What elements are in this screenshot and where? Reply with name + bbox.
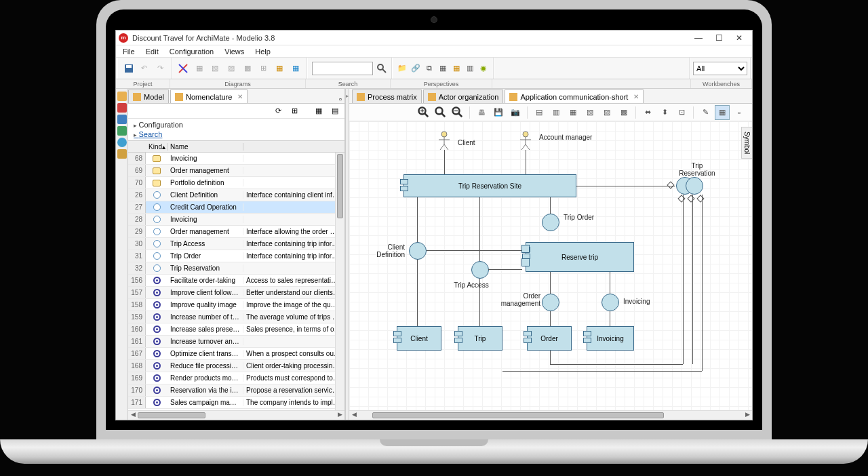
table-row[interactable]: 27Credit Card Operation: [128, 201, 344, 214]
table-row[interactable]: 168Reduce file processing ti...Client or…: [128, 360, 344, 372]
view-list-icon[interactable]: ▤: [328, 105, 342, 117]
gutter-icon-5[interactable]: [117, 138, 127, 147]
table-row[interactable]: 68Invoicing: [128, 153, 344, 165]
panel-menu-icon[interactable]: ▫: [336, 95, 344, 103]
table-row[interactable]: 160Increase sales presenceSales presence…: [128, 323, 344, 336]
save-icon[interactable]: [121, 61, 136, 76]
print-icon[interactable]: 🖶: [474, 105, 489, 120]
col-kind[interactable]: Kind▴: [146, 143, 167, 151]
vertical-scrollbar[interactable]: [335, 153, 344, 410]
gutter-icon-3[interactable]: [117, 115, 127, 124]
menu-edit[interactable]: Edit: [140, 47, 164, 56]
comp-trip[interactable]: Trip: [458, 326, 502, 351]
filter-icon[interactable]: ⊞: [288, 105, 301, 117]
table-row[interactable]: 158Improve quality imageImprove the imag…: [128, 299, 344, 311]
horizontal-scrollbar-right[interactable]: ◀▶: [349, 410, 752, 420]
tool-settings-icon[interactable]: [176, 61, 191, 76]
undo-icon[interactable]: ↶: [137, 61, 151, 76]
palette-tab-symbol[interactable]: Symbol: [741, 127, 752, 159]
table-row[interactable]: 157Improve client follow-upBetter unders…: [128, 287, 344, 299]
snapshot-icon[interactable]: 📷: [508, 105, 523, 120]
table-row[interactable]: 170Reservation via the internetPropose a…: [128, 384, 344, 397]
node-invoicing[interactable]: [601, 294, 619, 311]
gutter-icon-6[interactable]: [117, 149, 127, 159]
tab-process-matrix[interactable]: Process matrix: [352, 90, 422, 103]
gutter-icon-4[interactable]: [117, 126, 127, 136]
grid-icon-3[interactable]: ▥: [464, 61, 476, 76]
menu-file[interactable]: File: [117, 47, 140, 56]
node-trip-order[interactable]: [542, 214, 559, 231]
component-icon[interactable]: ◉: [477, 61, 490, 76]
table-row[interactable]: 28Invoicing: [128, 214, 344, 226]
search-input[interactable]: [312, 62, 373, 75]
table-row[interactable]: 171Sales campaign manage...The company i…: [128, 397, 344, 409]
menu-views[interactable]: Views: [219, 47, 250, 56]
redo-icon[interactable]: ↷: [153, 61, 167, 76]
align-top-icon[interactable]: ▧: [583, 105, 597, 120]
minimize-button[interactable]: —: [688, 31, 709, 45]
table-row[interactable]: 169Render products more att...Products m…: [128, 372, 344, 384]
node-trip-access[interactable]: [471, 261, 489, 279]
tab-model[interactable]: Model: [128, 90, 169, 103]
grid-toggle-icon[interactable]: ✎: [698, 105, 713, 120]
snap-grid-icon[interactable]: ▦: [715, 105, 730, 120]
dist-h-icon[interactable]: ⬌: [640, 105, 655, 120]
link-icon-1[interactable]: 🔗: [410, 61, 422, 76]
save-diagram-icon[interactable]: 💾: [491, 105, 506, 120]
gutter-icon-2[interactable]: [117, 103, 127, 113]
menu-configuration[interactable]: Configuration: [164, 47, 219, 56]
table-row[interactable]: 167Optimize client transform...When a pr…: [128, 348, 344, 360]
table-row[interactable]: 161Increase turnover and pro...: [128, 336, 344, 348]
diagram-icon-1[interactable]: ▦: [192, 61, 207, 76]
tab-app-communication[interactable]: Application communication-short ✕: [505, 90, 644, 103]
fit-icon[interactable]: ⊡: [674, 105, 689, 120]
tab-nomenclature[interactable]: Nomenclature ✕: [170, 90, 248, 103]
node-trip-reservation-2[interactable]: [686, 177, 703, 195]
workbench-select[interactable]: All: [693, 62, 747, 75]
zoom-reset-icon[interactable]: [433, 105, 448, 120]
close-button[interactable]: ✕: [729, 31, 749, 45]
diagram-icon-6[interactable]: ▦: [273, 61, 288, 76]
folder-icon[interactable]: 📁: [396, 61, 408, 76]
refresh-icon[interactable]: ⟳: [271, 105, 285, 117]
comp-invoicing[interactable]: Invoicing: [587, 326, 634, 351]
grid-icon-2[interactable]: ▦: [450, 61, 462, 76]
close-icon[interactable]: ✕: [633, 93, 639, 100]
tree-node-configuration[interactable]: Configuration: [134, 120, 339, 130]
close-icon[interactable]: ✕: [237, 93, 243, 100]
align-right-icon[interactable]: ▦: [566, 105, 580, 120]
comp-order[interactable]: Order: [527, 326, 572, 351]
node-trip-reservation-site[interactable]: Trip Reservation Site: [403, 174, 576, 197]
view-grid-icon[interactable]: ▦: [312, 105, 326, 117]
align-bottom-icon[interactable]: ▩: [616, 105, 631, 120]
diagram-icon-4[interactable]: ▩: [240, 61, 255, 76]
zoom-in-icon[interactable]: [416, 105, 431, 120]
table-row[interactable]: 26Client DefinitionInterface containing …: [128, 189, 344, 201]
table-row[interactable]: 32Trip Reservation: [128, 262, 344, 275]
table-row[interactable]: 31Trip OrderInterface containing trip in…: [128, 250, 344, 262]
horizontal-scrollbar-left[interactable]: ◀▶: [128, 410, 344, 420]
tree-node-search[interactable]: Search: [134, 130, 339, 139]
node-reserve-trip[interactable]: Reserve trip: [526, 242, 634, 272]
diagram-icon-3[interactable]: ▨: [224, 61, 239, 76]
dist-v-icon[interactable]: ⬍: [657, 105, 672, 120]
search-icon[interactable]: [375, 61, 388, 76]
node-client-definition[interactable]: [409, 242, 427, 260]
maximize-button[interactable]: ☐: [709, 31, 729, 45]
align-left-icon[interactable]: ▤: [532, 105, 547, 120]
col-name[interactable]: Name: [167, 143, 243, 151]
table-row[interactable]: 156Facilitate order-takingAccess to sale…: [128, 275, 344, 287]
diagram-canvas[interactable]: Symbol Client Account manager: [349, 121, 752, 410]
comp-client[interactable]: Client: [397, 326, 441, 351]
diagram-icon-7[interactable]: ▦: [288, 61, 303, 76]
table-row[interactable]: 29Order managementInterface allowing the…: [128, 226, 344, 238]
zoom-out-icon[interactable]: [450, 105, 465, 120]
node-order-mgmt[interactable]: [542, 294, 559, 311]
grid-icon[interactable]: ▦: [437, 61, 449, 76]
table-row[interactable]: 70Portfolio definition: [128, 177, 344, 189]
diagram-icon-2[interactable]: ▧: [208, 61, 223, 76]
layers-icon[interactable]: ▫: [732, 105, 747, 120]
align-center-icon[interactable]: ▥: [549, 105, 564, 120]
table-row[interactable]: 69Order management: [128, 165, 344, 177]
gutter-icon-1[interactable]: [117, 92, 127, 101]
